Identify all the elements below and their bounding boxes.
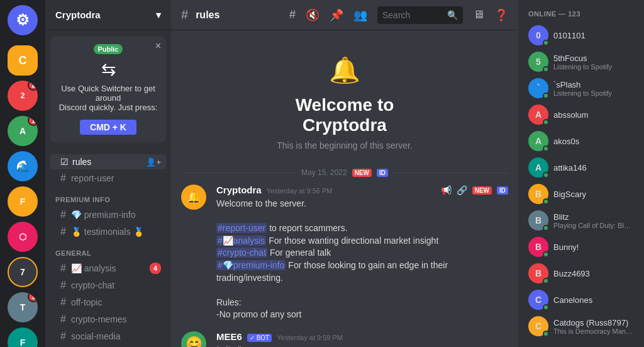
channel-item-rules[interactable]: ☑ rules 👤+ <box>50 154 166 169</box>
member-avatar-5thfocus: 5 <box>528 52 548 72</box>
status-dot <box>543 251 549 258</box>
welcome-title: Welcome to Cryptodra <box>184 95 506 135</box>
member-item-canelones[interactable]: C Canelones <box>523 287 639 312</box>
member-info-canelones: Canelones <box>553 295 634 305</box>
chat-messages: 🔔 Welcome to Cryptodra This is the begin… <box>171 30 518 347</box>
category-general[interactable]: GENERAL <box>45 241 171 259</box>
channel-item-crypto-memes[interactable]: # crypto-memes <box>50 311 166 327</box>
member-info-buzz4693: Buzz4693 <box>553 269 634 278</box>
server-icon-6[interactable]: 7 <box>8 257 38 287</box>
message-author-mee6: MEE6 <box>216 331 242 342</box>
chevron-down-icon: ▾ <box>156 9 161 21</box>
members-icon[interactable]: 👥 <box>353 8 367 22</box>
member-name-canelones: Canelones <box>553 295 634 305</box>
status-dot <box>543 278 549 284</box>
discord-icon[interactable]: ⚙ <box>8 5 38 35</box>
channel-item-crypto-chat[interactable]: # crypto-chat <box>50 277 166 293</box>
welcome-section: 🔔 Welcome to Cryptodra This is the begin… <box>171 30 518 163</box>
welcome-icon: 🔔 <box>184 55 506 85</box>
member-info-bunny: Bunny! <box>553 242 634 252</box>
member-avatar-splash: ` <box>528 78 548 98</box>
checkbox-icon: ☑ <box>60 157 69 167</box>
member-name-catdogs: Catdogs (Russ8797) <box>553 318 634 327</box>
message-group-cryptodra: 🔔 Cryptodra Yesterday at 9:56 PM 📢 🔗 NEW… <box>171 182 518 324</box>
server-header[interactable]: Cryptodra ▾ <box>45 0 171 30</box>
member-item-5thfocus[interactable]: 5 5thFocus Listening to Spotify <box>523 49 639 74</box>
member-info-attika146: attika146 <box>553 163 634 173</box>
member-item-attika146[interactable]: A attika146 <box>523 155 639 180</box>
member-item-buzz4693[interactable]: B Buzz4693 <box>523 261 639 286</box>
channel-label-rules: rules <box>72 157 91 167</box>
member-avatar-0101101: 0 <box>528 25 548 45</box>
server-icon-5[interactable]: ⬡ <box>8 222 38 252</box>
server-badge-1: 2 <box>28 81 38 91</box>
member-info-catdogs: Catdogs (Russ8797) This is Democracy Man… <box>553 318 634 335</box>
add-user-icon[interactable]: 👤+ <box>146 157 161 167</box>
member-activity-splash: Listening to Spotify <box>553 89 634 97</box>
member-item-0101101[interactable]: 0 0101101 <box>523 23 639 48</box>
channel-item-social-media[interactable]: # social-media <box>50 328 166 344</box>
inbox-icon[interactable]: 🖥 <box>473 8 484 21</box>
member-name-buzz4693: Buzz4693 <box>553 269 634 278</box>
public-badge: Public <box>94 44 122 54</box>
member-info-bigscary: BigScary <box>553 190 634 199</box>
member-item-splash[interactable]: ` `sPlash Listening to Spotify <box>523 76 639 101</box>
server-badge-7: 3 <box>28 292 38 302</box>
member-name-5thfocus: 5thFocus <box>553 54 634 63</box>
category-premium-info[interactable]: PREMIUM INFO <box>45 187 171 206</box>
member-item-akos0s[interactable]: A akos0s <box>523 128 639 154</box>
date-divider: May 15, 2022 NEW ID <box>171 163 518 182</box>
status-dot <box>543 119 549 125</box>
member-name-splash: `sPlash <box>553 80 634 89</box>
member-item-blitz[interactable]: B Blitz Playing Call of Duty: Black ... <box>523 208 639 233</box>
close-quick-switcher-button[interactable]: × <box>155 40 161 52</box>
member-item-catdogs[interactable]: C Catdogs (Russ8797) This is Democracy M… <box>523 314 639 339</box>
member-avatar-akos0s: A <box>528 131 548 151</box>
welcome-subtitle: This is the beginning of this server. <box>184 140 506 151</box>
status-dot <box>543 145 549 152</box>
speaker-icon: 📢 <box>441 185 452 195</box>
server-icon-8[interactable]: F <box>8 327 38 347</box>
channel-item-premium-info[interactable]: # 💎 premium-info <box>50 207 166 223</box>
search-bar[interactable]: Search 🔍 <box>377 6 463 24</box>
server-icon-7[interactable]: T3 <box>8 292 38 322</box>
channel-item-report-user[interactable]: # report-user <box>50 170 166 186</box>
hash-icon-2: # <box>60 209 66 220</box>
member-name-bigscary: BigScary <box>553 190 634 199</box>
channel-item-analysis[interactable]: # 📈 analysis 4 <box>50 260 166 276</box>
channel-item-testimonials[interactable]: # 🥇 testimonials 🥇 <box>50 224 166 240</box>
member-name: 0101101 <box>553 31 634 40</box>
id-badge: ID <box>377 169 388 177</box>
server-icon-1[interactable]: 22 <box>8 81 38 111</box>
server-icon-2[interactable]: A1 <box>8 116 38 146</box>
server-badge-2: 1 <box>28 116 38 126</box>
message-time-cryptodra: Yesterday at 9:56 PM <box>267 187 333 195</box>
channel-label-crypto-chat: crypto-chat <box>71 280 114 290</box>
server-icon-4[interactable]: F <box>8 186 38 217</box>
hashtag-icon[interactable]: # <box>289 8 296 21</box>
channels-list: ☑ rules 👤+ # report-user PREMIUM INFO # … <box>45 149 171 347</box>
status-dot <box>543 225 549 231</box>
pin-icon[interactable]: 📌 <box>330 8 343 22</box>
mention-crypto-chat: #crypto-chat <box>216 247 267 258</box>
member-info-abssolum: abssolum <box>553 110 634 120</box>
search-placeholder: Search <box>382 10 443 20</box>
member-item-bigscary[interactable]: B BigScary <box>523 181 639 207</box>
help-icon[interactable]: ❓ <box>494 8 508 22</box>
channel-sidebar: Cryptodra ▾ × Public ⇆ Use Quick Switche… <box>45 0 171 347</box>
channel-hash-header: # <box>181 8 188 22</box>
message-content-cryptodra: Cryptodra Yesterday at 9:56 PM 📢 🔗 NEW I… <box>216 185 508 321</box>
member-item-bunny[interactable]: B Bunny! <box>523 234 639 259</box>
hash-icon-4: # <box>60 263 66 274</box>
status-dot <box>543 66 549 72</box>
search-icon[interactable]: 🔍 <box>447 10 458 20</box>
member-avatar-canelones: C <box>528 290 548 310</box>
server-icon-3[interactable]: 🌊 <box>8 151 38 181</box>
member-avatar-blitz: B <box>528 210 548 230</box>
avatar-cryptodra: 🔔 <box>181 185 206 210</box>
member-name-blitz: Blitz <box>553 212 634 222</box>
server-icon-cryptodra[interactable]: C <box>8 45 38 76</box>
channel-item-off-topic[interactable]: # off-topic <box>50 294 166 310</box>
mute-icon[interactable]: 🔇 <box>306 8 319 22</box>
member-item-abssolum[interactable]: A abssolum <box>523 102 639 127</box>
